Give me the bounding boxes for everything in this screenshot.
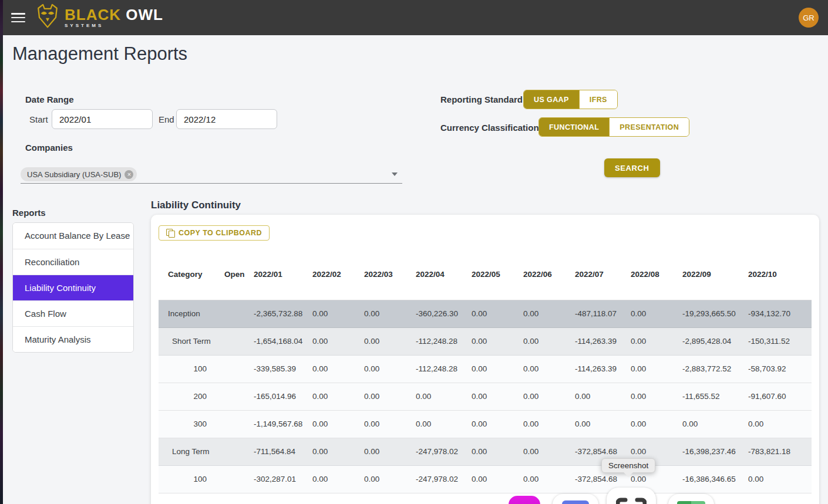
category-cell: 100 [159,465,224,493]
value-cell: 0.00 [631,410,682,438]
value-cell: -1,149,567.68 [254,410,312,438]
company-chip[interactable]: USA Subsidiary (USA-SUB) × [21,167,137,181]
open-cell [224,300,254,327]
value-cell: 0.00 [472,327,523,355]
value-cell: 0.00 [523,383,575,410]
page-title: Management Reports [12,43,187,65]
reporting-standard-toggle: US GAAPIFRS [523,90,618,109]
value-cell: 0.00 [631,355,682,383]
magenta-app-icon[interactable] [509,496,540,504]
value-cell: 0.00 [523,438,575,465]
table-row: 100-302,287.010.000.00-247,978.020.000.0… [159,465,812,493]
app-window: BLACK OWL SYSTEMS GR Management Reports … [3,0,828,504]
category-cell: Short Term [159,327,224,355]
value-cell: -150,311.52 [748,327,812,355]
report-section-title: Liability Continuity [151,199,241,211]
companies-label: Companies [25,143,73,153]
column-header-2022-05: 2022/05 [472,249,523,300]
value-cell: 0.00 [312,383,364,410]
toggle-option-functional[interactable]: FUNCTIONAL [539,118,609,136]
value-cell: -19,293,665.50 [682,300,748,327]
start-date-input[interactable] [52,109,153,129]
reports-label: Reports [12,208,46,218]
value-cell: 0.00 [364,410,416,438]
sidebar-item-cash-flow[interactable]: Cash Flow [13,300,133,326]
value-cell: -302,287.01 [254,465,312,493]
liability-continuity-table-container[interactable]: CategoryOpen2022/012022/022022/032022/04… [159,249,812,504]
value-cell: -247,978.02 [416,465,472,493]
value-cell: 0.00 [748,465,812,493]
chip-remove-icon[interactable]: × [124,170,133,179]
value-cell: 0.00 [523,355,575,383]
value-cell: -16,398,237.46 [682,438,748,465]
reports-list: Account Balance By LeaseReconciliationLi… [12,222,134,353]
chevron-down-icon[interactable] [392,172,398,176]
report-card: COPY TO CLIPBOARD CategoryOpen2022/01202… [151,215,819,504]
value-cell: -16,386,346.65 [682,465,748,493]
table-row: Inception-2,365,732.880.000.00-360,226.3… [159,300,812,327]
logo-subtitle: SYSTEMS [65,23,163,28]
value-cell: 0.00 [523,465,575,493]
screenshot-app-icon[interactable] [607,488,656,504]
value-cell: -112,248.28 [416,327,472,355]
value-cell: 0.00 [364,465,416,493]
copy-to-clipboard-button[interactable]: COPY TO CLIPBOARD [159,225,270,241]
value-cell: -91,607.60 [748,383,812,410]
toggle-option-presentation[interactable]: PRESENTATION [609,118,689,136]
sidebar-item-account-balance-by-lease[interactable]: Account Balance By Lease [13,223,133,249]
table-row: Short Term-1,654,168.040.000.00-112,248.… [159,327,812,355]
logo-text: BLACK OWL SYSTEMS [65,7,163,28]
category-cell: Long Term [159,438,224,465]
category-cell: 300 [159,410,224,438]
reporting-standard-label: Reporting Standard [440,94,523,104]
end-date-input[interactable] [176,109,277,129]
open-cell [224,355,254,383]
value-cell: -247,978.02 [416,438,472,465]
open-cell [224,383,254,410]
value-cell: 0.00 [631,383,682,410]
sidebar-item-maturity-analysis[interactable]: Maturity Analysis [13,326,133,352]
dock-tooltip: Screenshot [601,458,655,473]
search-button[interactable]: SEARCH [604,158,660,177]
user-avatar[interactable]: GR [799,8,819,28]
value-cell: 0.00 [575,383,631,410]
sidebar-item-reconciliation[interactable]: Reconciliation [13,249,133,275]
value-cell: -487,118.07 [575,300,631,327]
table-row: 100-339,585.390.000.00-112,248.280.000.0… [159,355,812,383]
value-cell: -58,703.92 [748,355,812,383]
value-cell: 0.00 [312,355,364,383]
copy-icon [166,229,174,237]
companies-select[interactable]: USA Subsidiary (USA-SUB) × [21,166,402,184]
open-cell [224,410,254,438]
value-cell: 0.00 [364,327,416,355]
value-cell: 0.00 [523,300,575,327]
blue-panel-app-icon[interactable] [553,494,598,504]
column-header-2022-04: 2022/04 [416,249,472,300]
value-cell: 0.00 [312,410,364,438]
column-header-2022-03: 2022/03 [364,249,416,300]
value-cell: 0.00 [631,300,682,327]
hamburger-menu-icon[interactable] [11,11,26,24]
column-header-2022-07: 2022/07 [575,249,631,300]
top-bar: BLACK OWL SYSTEMS GR [3,0,828,35]
toggle-option-us-gaap[interactable]: US GAAP [524,90,579,109]
end-label: End [159,114,174,124]
logo-word-owl: OWL [126,6,163,23]
toggle-option-ifrs[interactable]: IFRS [579,90,617,109]
copy-button-label: COPY TO CLIPBOARD [179,229,262,237]
currency-classification-toggle: FUNCTIONALPRESENTATION [538,117,689,137]
green-spreadsheet-app-icon[interactable] [668,494,714,504]
value-cell: 0.00 [312,438,364,465]
value-cell: 0.00 [416,383,472,410]
value-cell: -114,263.39 [575,327,631,355]
value-cell: -934,132.70 [748,300,812,327]
sidebar-item-liability-continuity[interactable]: Liability Continuity [13,275,133,300]
open-cell [224,438,254,465]
open-cell [224,465,254,493]
column-header-2022-08: 2022/08 [631,249,682,300]
table-row: Long Term-711,564.840.000.00-247,978.020… [159,438,812,465]
value-cell: 0.00 [364,383,416,410]
currency-classification-label: Currency Classification [440,123,539,133]
column-header-2022-01: 2022/01 [254,249,312,300]
category-cell: 200 [159,383,224,410]
